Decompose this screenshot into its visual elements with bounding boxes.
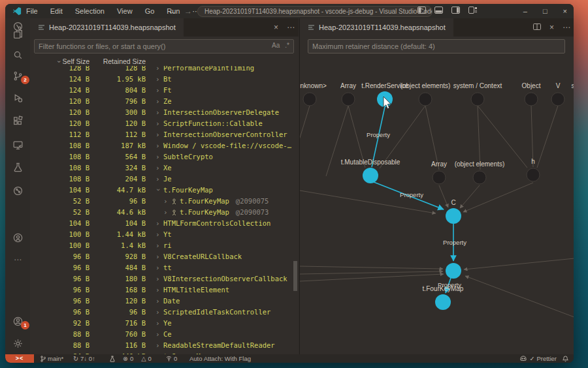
chevron-right-icon[interactable]: › [155,218,161,229]
chevron-right-icon[interactable]: › [155,296,161,307]
table-row[interactable]: 88 B760 B›Ce [30,329,299,340]
extensions-icon[interactable] [10,113,25,129]
table-row[interactable]: 96 B120 B›Date [30,296,299,307]
chevron-right-icon[interactable]: › [155,284,161,296]
split-editor-icon[interactable] [533,23,541,32]
menu-item-file[interactable]: File [26,7,38,15]
chevron-right-icon[interactable]: › [155,162,161,174]
table-row[interactable]: 120 B796 B›Ze [30,96,299,107]
chevron-right-icon[interactable]: › [155,129,161,140]
chevron-right-icon[interactable]: › [155,174,161,185]
table-row[interactable]: 96 B484 B›tt [30,262,299,273]
formatter-status[interactable]: ✓Prettier [529,354,557,363]
chevron-right-icon[interactable]: › [155,262,161,273]
table-row[interactable]: 104 B44.7 kB›t.FourKeyMap [30,185,299,196]
profile-target-icon[interactable] [10,18,25,34]
accounts-icon[interactable]: 1 [10,313,25,329]
toggle-secondary-sidebar-icon[interactable] [451,7,460,14]
table-row[interactable]: 108 B324 B›Xe [30,162,299,174]
testing-beaker-icon[interactable] [10,159,25,175]
maximize-button[interactable]: □ [543,7,547,15]
tab-heapsnapshot-right[interactable]: Heap-20231019T114039.heapsnapshot [300,18,453,37]
graph-node--object-elements-[interactable] [419,93,432,106]
remote-indicator[interactable]: >< [5,354,34,363]
chevron-right-icon[interactable]: › [155,318,161,329]
table-row[interactable]: 124 B1.95 kB›Bt [30,74,299,85]
table-row[interactable]: 96 B168 B›HTMLTitleElement [30,284,299,296]
chevron-right-icon[interactable]: › [155,96,161,107]
github-icon[interactable] [10,230,25,245]
close-button[interactable]: × [563,7,567,15]
customize-layout-icon[interactable] [468,7,477,14]
table-row[interactable]: 104 B104 B›HTMLFormControlsCollection [30,218,299,229]
close-editor-icon[interactable]: × [549,23,554,32]
minimize-button[interactable]: – [523,7,527,15]
graph-node[interactable] [446,263,461,279]
menu-item-view[interactable]: View [117,7,133,15]
nav-forward-button[interactable]: → [184,7,192,16]
chevron-right-icon[interactable]: › [163,207,169,218]
table-row[interactable]: 128 B128 B›PerformancePaintTiming [30,66,299,74]
chevron-right-icon[interactable]: › [155,240,161,251]
retainer-distance-input[interactable]: Maximum retainer distance (default: 4) [308,39,565,54]
graph-node-object[interactable] [525,93,538,106]
chevron-right-icon[interactable]: › [155,118,161,129]
table-row[interactable]: 120 B300 B›IntersectionObserverDelegate [30,107,299,118]
graph-node-array[interactable] [433,171,446,184]
chevron-right-icon[interactable]: › [155,340,161,351]
more-activity-icon[interactable]: ⋯ [10,252,25,268]
chevron-right-icon[interactable]: › [155,85,161,96]
remote-explorer-icon[interactable] [10,137,25,153]
table-row[interactable]: 108 B204 B›Je [30,174,299,185]
table-row[interactable]: 52 B96 B›t.FourKeyMap@2090075 [30,196,299,207]
graph-node-c[interactable] [446,208,461,224]
chevron-right-icon[interactable]: › [155,107,161,118]
sync-status[interactable]: ↻ 7↓ 0↑ [73,354,95,363]
search-icon[interactable] [10,47,25,63]
chevron-right-icon[interactable]: › [155,307,161,318]
chevron-right-icon[interactable]: › [163,196,169,207]
graph-node--object-elements-[interactable] [473,171,486,184]
scrollbar-thumb[interactable] [293,261,297,291]
run-debug-icon[interactable] [10,90,25,106]
chevron-right-icon[interactable]: › [155,140,161,151]
column-retained-size[interactable]: Retained Size [92,57,146,65]
nav-back-button[interactable]: ← [169,7,176,16]
table-row[interactable]: 96 B180 B›V8IntersectionObserverCallback [30,273,299,284]
toggle-primary-sidebar-icon[interactable] [417,7,426,14]
graph-node-v[interactable] [551,93,564,106]
table-row[interactable]: 120 B120 B›ScriptFunction::Callable [30,118,299,129]
chevron-right-icon[interactable]: › [155,151,161,162]
table-row[interactable]: 108 B564 B›SubtleCrypto [30,151,299,162]
table-row[interactable]: 112 B112 B›IntersectionObserverControlle… [30,129,299,140]
graph-node--unknown-[interactable] [303,93,316,106]
table-row[interactable]: 96 B96 B›ScriptedIdleTaskController [30,307,299,318]
problems-status[interactable]: ⊗0 △0 [123,354,152,363]
command-center[interactable]: Heap-20231019T114039.heapsnapshot - vsco… [197,6,433,17]
graph-node-system-context[interactable] [471,93,484,106]
graph-node-array[interactable] [342,93,355,106]
chevron-right-icon[interactable]: › [155,251,161,262]
match-case-toggle[interactable]: Aa [272,42,280,49]
retainers-graph[interactable]: PropertyPropertyPropertyProperty<unknown… [300,59,574,354]
editor-more-actions-icon[interactable]: ⋯ [287,23,295,32]
table-row[interactable]: 100 B1.4 kB›ri [30,240,299,251]
beaker-status-icon[interactable] [110,354,115,363]
branch-status[interactable]: main* [41,354,63,363]
menu-item-selection[interactable]: Selection [75,7,105,15]
ports-status[interactable]: 0 [166,354,177,363]
table-row[interactable]: 96 B928 B›V8CreateURLCallback [30,251,299,262]
table-row[interactable]: 124 B804 B›Ft [30,85,299,96]
chevron-right-icon[interactable]: › [155,66,161,74]
notifications-bell[interactable] [563,354,568,363]
chevron-right-icon[interactable]: › [155,273,161,284]
table-row[interactable]: 100 B1.44 kB›Yt [30,229,299,240]
editor-more-actions-icon[interactable]: ⋯ [563,23,570,32]
column-self-size[interactable]: ›Self Size [30,57,90,65]
chevron-right-icon[interactable]: › [155,74,161,85]
regex-toggle[interactable]: .* [285,42,289,49]
copilot-status[interactable] [520,354,527,363]
chevron-right-icon[interactable]: › [155,329,161,340]
graph-node-t-mutabledisposable[interactable] [363,168,378,183]
tab-heapsnapshot-left[interactable]: Heap-20231019T114039.heapsnapshot [30,18,184,37]
